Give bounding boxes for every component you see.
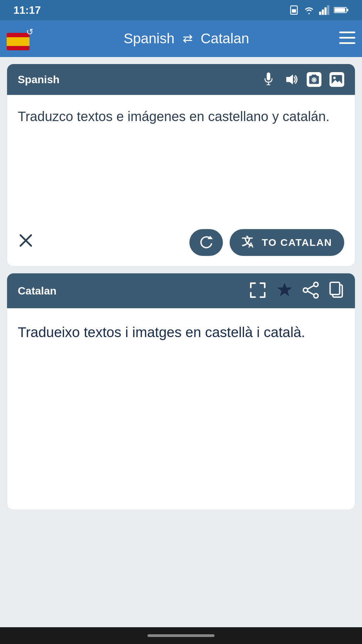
status-icons bbox=[289, 5, 349, 15]
share-button[interactable] bbox=[303, 281, 319, 300]
signal-icon bbox=[319, 5, 330, 15]
translate-button-label: TO CATALAN bbox=[262, 237, 332, 248]
svg-text:A: A bbox=[248, 241, 254, 249]
input-text[interactable]: Traduzco textos e imágenes en castellano… bbox=[18, 107, 344, 126]
svg-marker-28 bbox=[277, 283, 292, 296]
flag-container: ↺ bbox=[7, 27, 34, 50]
translate-button[interactable]: 文 A TO CATALAN bbox=[230, 229, 344, 256]
output-text-area: Tradueixo textos i imatges en castellà i… bbox=[7, 308, 355, 509]
main-content: Spanish bbox=[0, 57, 362, 517]
svg-rect-4 bbox=[324, 7, 326, 15]
status-bar: 11:17 bbox=[0, 0, 362, 20]
status-time: 11:17 bbox=[13, 4, 41, 16]
output-card: Catalan bbox=[7, 273, 355, 510]
bottom-nav-pill bbox=[147, 634, 215, 637]
microphone-button[interactable] bbox=[261, 72, 276, 87]
input-card-actions: 文 A TO CATALAN bbox=[7, 222, 355, 266]
svg-line-33 bbox=[308, 291, 314, 294]
svg-point-31 bbox=[314, 293, 318, 298]
wifi-icon bbox=[303, 5, 315, 15]
expand-button[interactable] bbox=[249, 281, 266, 300]
svg-rect-11 bbox=[339, 32, 355, 33]
svg-line-32 bbox=[308, 285, 314, 289]
source-language[interactable]: Spanish bbox=[124, 31, 175, 47]
svg-marker-17 bbox=[286, 74, 293, 85]
translate-icon: 文 A bbox=[242, 236, 256, 249]
battery-icon bbox=[334, 6, 349, 14]
output-card-header: Catalan bbox=[7, 273, 355, 308]
svg-point-21 bbox=[333, 77, 336, 79]
svg-point-30 bbox=[303, 288, 308, 292]
svg-rect-5 bbox=[327, 5, 329, 15]
app-bar: ↺ Spanish ⇄ Catalan bbox=[0, 20, 362, 57]
sim-icon bbox=[289, 5, 299, 15]
input-header-icons bbox=[261, 72, 344, 87]
copy-button[interactable] bbox=[328, 281, 344, 300]
svg-rect-10 bbox=[7, 37, 29, 46]
svg-rect-13 bbox=[339, 42, 355, 44]
input-card: Spanish bbox=[7, 64, 355, 266]
output-header-icons bbox=[249, 281, 344, 300]
menu-button[interactable] bbox=[339, 32, 355, 46]
svg-rect-1 bbox=[292, 9, 296, 13]
input-lang-label: Spanish bbox=[18, 73, 59, 86]
svg-rect-2 bbox=[319, 12, 321, 15]
input-card-header: Spanish bbox=[7, 64, 355, 95]
bottom-nav bbox=[0, 627, 362, 644]
speaker-button[interactable] bbox=[284, 72, 299, 87]
svg-rect-3 bbox=[322, 9, 324, 15]
input-text-area[interactable]: Traduzco textos e imágenes en castellano… bbox=[7, 95, 355, 222]
image-button[interactable] bbox=[329, 72, 344, 87]
swap-languages-icon[interactable]: ⇄ bbox=[183, 32, 193, 46]
svg-rect-35 bbox=[330, 282, 340, 294]
svg-point-29 bbox=[314, 282, 318, 287]
clear-button[interactable] bbox=[18, 232, 34, 253]
target-language[interactable]: Catalan bbox=[201, 31, 249, 47]
svg-rect-8 bbox=[347, 9, 348, 11]
camera-button[interactable] bbox=[307, 72, 321, 87]
refresh-translation-button[interactable] bbox=[189, 229, 223, 256]
language-selector: Spanish ⇄ Catalan bbox=[39, 31, 334, 47]
output-text: Tradueixo textos i imatges en castellà i… bbox=[18, 322, 344, 343]
svg-point-19 bbox=[313, 79, 315, 81]
flag-refresh-icon: ↺ bbox=[26, 27, 34, 37]
svg-rect-7 bbox=[335, 8, 345, 12]
svg-rect-12 bbox=[339, 37, 355, 39]
svg-rect-14 bbox=[267, 72, 270, 80]
output-lang-label: Catalan bbox=[18, 285, 57, 297]
favorite-button[interactable] bbox=[276, 281, 293, 300]
